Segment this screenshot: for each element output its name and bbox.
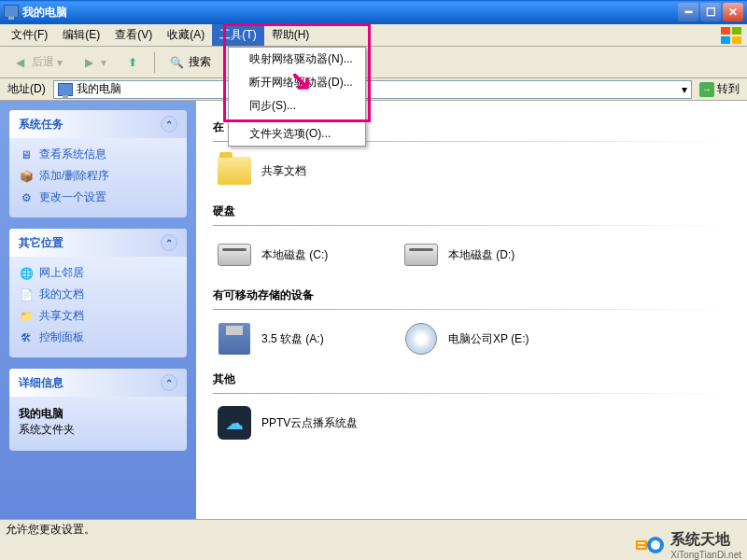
back-label: 后退 [32,54,54,70]
place-shared-docs[interactable]: 📁共享文档 [19,305,177,327]
menu-help[interactable]: 帮助(H) [264,24,317,46]
item-pptv-cloud[interactable]: ☁ PPTV云点播系统盘 [213,401,390,444]
go-button[interactable]: → 转到 [696,81,743,97]
forward-button[interactable]: ▶ ▾ [73,49,113,76]
menu-tools[interactable]: 工具(T) [212,24,263,46]
go-icon: → [699,82,714,97]
svg-rect-1 [732,27,741,35]
search-button[interactable]: 🔍 搜索 [161,49,218,76]
detail-type: 系统文件夹 [19,422,177,438]
network-icon: 🌐 [19,266,34,281]
dropdown-arrow-icon[interactable]: ▾ [682,83,687,96]
menu-favorites[interactable]: 收藏(A) [160,24,212,46]
search-label: 搜索 [189,54,211,70]
section-removable: 有可移动存储的设备 [213,287,730,303]
task-label: 控制面板 [39,329,84,345]
place-my-documents[interactable]: 📄我的文档 [19,284,177,305]
window-title: 我的电脑 [22,5,678,21]
detail-name: 我的电脑 [19,406,177,422]
task-add-remove-programs[interactable]: 📦添加/删除程序 [19,165,177,187]
item-cdrom-e[interactable]: 电脑公司XP (E:) [400,317,577,360]
toolbar-separator [154,52,155,73]
forward-icon: ▶ [79,53,98,72]
menu-view[interactable]: 查看(V) [107,24,160,46]
task-view-system-info[interactable]: 🖥查看系统信息 [19,144,177,165]
collapse-icon[interactable]: ⌃ [161,116,177,133]
section-other: 其他 [213,371,730,387]
panel-other-places: 其它位置 ⌃ 🌐网上邻居 📄我的文档 📁共享文档 🛠控制面板 [9,229,187,357]
address-bar: 地址(D) 我的电脑 ▾ → 转到 [0,78,747,101]
item-floppy-a[interactable]: 3.5 软盘 (A:) [213,317,390,360]
task-label: 查看系统信息 [39,147,106,162]
menu-edit[interactable]: 编辑(E) [55,24,107,46]
place-control-panel[interactable]: 🛠控制面板 [19,327,177,348]
up-icon: ⬆ [123,53,142,72]
info-icon: 🖥 [19,147,34,162]
section-divider [213,393,730,394]
panel-details: 详细信息 ⌃ 我的电脑 系统文件夹 [9,369,187,451]
item-shared-documents[interactable]: 共享文档 [213,149,390,192]
task-label: 添加/删除程序 [39,168,109,184]
panel-title: 系统任务 [19,117,63,133]
documents-icon: 📄 [19,287,34,302]
section-disks: 硬盘 [213,203,730,219]
section-divider [213,225,730,226]
minimize-button[interactable]: ━ [678,3,698,21]
back-button[interactable]: ◀ 后退 ▾ [4,49,69,76]
item-local-disk-c[interactable]: 本地磁盘 (C:) [213,233,390,276]
dropdown-arrow-icon: ▾ [57,56,63,69]
panel-header[interactable]: 系统任务 ⌃ [9,110,187,138]
menu-file[interactable]: 文件(F) [4,24,55,46]
floppy-icon [217,321,252,357]
main-area: 系统任务 ⌃ 🖥查看系统信息 📦添加/删除程序 ⚙更改一个设置 其它位置 ⌃ 🌐… [0,101,747,539]
panel-title: 其它位置 [19,235,63,251]
svg-rect-0 [721,27,730,35]
menu-bar: 文件(F) 编辑(E) 查看(V) 收藏(A) 工具(T) 帮助(H) [0,24,747,47]
collapse-icon[interactable]: ⌃ [161,374,177,391]
panel-header[interactable]: 其它位置 ⌃ [9,229,187,257]
up-button[interactable]: ⬆ [117,49,148,76]
content-area: 在 共享文档 硬盘 本地磁盘 (C:) 本地磁盘 (D:) 有可移动存储的设备 [196,101,747,539]
pptv-icon: ☁ [217,405,252,441]
task-change-setting[interactable]: ⚙更改一个设置 [19,187,177,208]
svg-rect-2 [721,36,730,44]
menu-separator [229,119,365,120]
address-value: 我的电脑 [77,81,121,97]
windows-logo-icon [721,27,743,44]
svg-rect-3 [732,36,741,44]
app-icon [4,5,19,20]
svg-point-5 [651,540,660,550]
menu-folder-options[interactable]: 文件夹选项(O)... [229,122,365,146]
section-divider [213,309,730,310]
title-bar: 我的电脑 ━ ☐ ✕ [0,0,747,24]
task-label: 网上邻居 [39,265,84,281]
task-label: 共享文档 [39,308,84,324]
programs-icon: 📦 [19,169,34,184]
dropdown-arrow-icon: ▾ [101,56,106,69]
panel-title: 详细信息 [19,375,63,391]
hard-drive-icon [403,237,439,273]
item-label: 本地磁盘 (D:) [448,247,573,263]
collapse-icon[interactable]: ⌃ [161,234,177,251]
go-label: 转到 [717,81,740,97]
toolbar: ◀ 后退 ▾ ▶ ▾ ⬆ 🔍 搜索 📁 文 [0,47,747,78]
address-input[interactable]: 我的电脑 ▾ [53,80,692,99]
search-icon: 🔍 [167,53,186,72]
place-network[interactable]: 🌐网上邻居 [19,262,177,284]
watermark: 系统天地 XiTongTianDi.net [635,530,741,560]
task-label: 我的文档 [39,287,84,302]
item-local-disk-d[interactable]: 本地磁盘 (D:) [400,233,577,276]
close-button[interactable]: ✕ [723,3,743,21]
item-label: PPTV云点播系统盘 [261,415,387,431]
status-text: 允许您更改设置。 [6,522,95,538]
maximize-button[interactable]: ☐ [700,3,721,21]
watermark-url: XiTongTianDi.net [670,550,741,560]
item-label: 共享文档 [261,163,387,179]
panel-header[interactable]: 详细信息 ⌃ [9,369,187,397]
shared-folder-icon: 📁 [19,309,34,324]
cd-icon [403,321,439,357]
panel-system-tasks: 系统任务 ⌃ 🖥查看系统信息 📦添加/删除程序 ⚙更改一个设置 [9,110,187,217]
item-label: 本地磁盘 (C:) [261,247,387,263]
item-label: 3.5 软盘 (A:) [261,331,387,347]
address-label: 地址(D) [4,81,49,97]
